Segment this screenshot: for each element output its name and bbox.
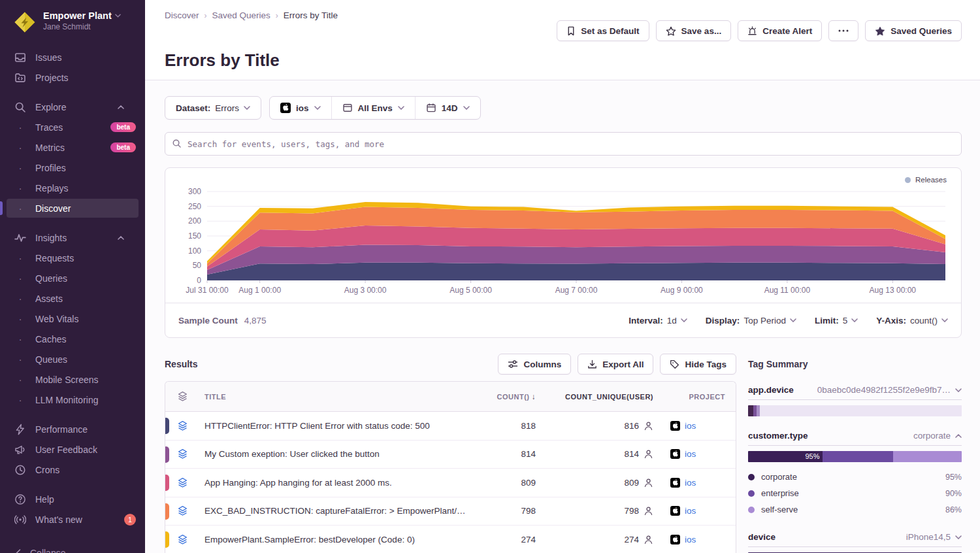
row-title[interactable]: EmpowerPlant.SampleError: bestDeveloper … [199,535,476,545]
project-link[interactable]: ios [685,506,696,516]
row-title[interactable]: HTTPClientError: HTTP Client Error with … [199,421,476,431]
sidebar-item-label: LLM Monitoring [35,395,136,405]
sidebar-item-issues[interactable]: Issues [0,47,145,67]
project-link[interactable]: ios [685,535,696,545]
collapse-button[interactable]: Collapse [0,539,145,553]
more-options-button[interactable] [828,20,858,41]
tag-legend-item-self-serve: self-serve86% [748,501,962,518]
table-row[interactable]: My Custom exeption: User clicked the but… [165,441,736,469]
columns-button[interactable]: Columns [498,354,571,375]
column-header-count-unique-user[interactable]: COUNT_UNIQUE(USER) [547,393,665,401]
sidebar-item-mobile-screens[interactable]: ·Mobile Screens [0,369,145,390]
table-row[interactable]: HTTPClientError: HTTP Client Error with … [165,412,736,441]
sidebar-item-requests[interactable]: ·Requests [0,248,145,268]
table-row[interactable]: App Hanging: App hanging for at least 20… [165,469,736,497]
button-label: Export All [602,360,644,369]
project-filter[interactable]: ios [270,97,331,119]
legend-releases[interactable]: Releases [905,176,947,184]
breadcrumb-separator: › [204,11,207,20]
column-header-title[interactable]: TITLE [199,393,476,401]
sidebar-item-assets[interactable]: ·Assets [0,288,145,309]
sidebar-item-user-feedback[interactable]: User Feedback [0,439,145,460]
saved-queries-button[interactable]: Saved Queries [865,20,962,41]
row-title[interactable]: App Hanging: App hanging for at least 20… [199,478,476,488]
column-header-count[interactable]: COUNT()↓ [476,392,547,401]
apple-icon [280,103,291,113]
stack-icon[interactable] [165,505,199,516]
sidebar-item-projects[interactable]: Projects [0,67,145,88]
chevron-down-icon [115,14,121,18]
tag-bar-label: 95% [805,452,819,460]
sidebar-item-insights[interactable]: Insights [0,227,145,248]
sidebar-item-profiles[interactable]: ·Profiles [0,158,145,178]
sidebar-item-label: Crons [35,465,136,475]
sidebar-item-queries[interactable]: ·Queries [0,268,145,288]
row-count-unique: 814 [547,449,665,459]
stack-icon[interactable] [165,534,199,545]
sidebar-item-discover[interactable]: ·Discover [0,198,145,218]
sidebar-item-what-s-new[interactable]: What's new1 [0,509,145,529]
legend-dot-icon [748,474,755,480]
dataset-selector[interactable]: Dataset: Errors [165,96,261,120]
hide-tags-button[interactable]: Hide Tags [660,354,736,375]
sidebar-item-caches[interactable]: ·Caches [0,329,145,349]
sidebar-item-label: Assets [35,293,136,304]
control-label: Display: [706,316,740,326]
sidebar-item-crons[interactable]: Crons [0,460,145,480]
limit-selector[interactable]: Limit:5 [815,316,858,326]
sidebar-item-traces[interactable]: ·Tracesbeta [0,117,145,137]
sidebar-item-explore[interactable]: Explore [0,97,145,117]
org-switcher[interactable]: Empower Plant Jane Schmidt [0,0,145,41]
row-title[interactable]: My Custom exeption: User clicked the but… [199,449,476,459]
environment-filter[interactable]: All Envs [331,97,415,119]
column-header-project[interactable]: PROJECT [665,393,736,401]
date-range-value: 14D [442,103,458,113]
page-title: Errors by Title [165,50,962,71]
sidebar-item-performance[interactable]: Performance [0,419,145,439]
bullet-icon: · [14,356,26,363]
stack-icon[interactable] [165,420,199,431]
table-row[interactable]: EmpowerPlant.SampleError: bestDeveloper … [165,526,736,553]
save-as-button[interactable]: Save as... [656,20,732,41]
stack-icon [177,448,188,460]
sidebar-item-metrics[interactable]: ·Metricsbeta [0,137,145,158]
series-color-strip [165,475,169,491]
export-all-button[interactable]: Export All [578,354,653,375]
sidebar-item-web-vitals[interactable]: ·Web Vitals [0,309,145,329]
row-title[interactable]: EXC_BAD_INSTRUCTION: captureFatalError: … [199,506,476,516]
button-label: Save as... [681,26,722,36]
project-link[interactable]: ios [685,478,696,488]
tag-value-selector[interactable]: iPhone14,5 [906,532,962,542]
display-selector[interactable]: Display:Top Period [706,316,796,326]
y-axis-selector[interactable]: Y-Axis:count() [876,316,948,326]
table-header-row: TITLECOUNT()↓COUNT_UNIQUE(USER)PROJECT [165,382,736,412]
stack-icon[interactable] [165,477,199,488]
project-link[interactable]: ios [685,421,696,431]
set-as-default-button[interactable]: Set as Default [557,20,649,41]
tag-value: 0baebc0de4982f1255f2e9e9fb7… [817,385,951,395]
sidebar-item-llm-monitoring[interactable]: ·LLM Monitoring [0,390,145,410]
bullet-icon: · [14,205,26,212]
sidebar-item-help[interactable]: Help [0,489,145,509]
sidebar-item-label: What's new [35,514,124,525]
project-link[interactable]: ios [685,449,696,459]
sidebar-item-label: Queues [35,354,136,365]
interval-selector[interactable]: Interval:1d [629,316,687,326]
table-row[interactable]: EXC_BAD_INSTRUCTION: captureFatalError: … [165,497,736,526]
date-range-filter[interactable]: 14D [415,97,480,119]
svg-text:Aug 7 00:00: Aug 7 00:00 [555,286,598,295]
sidebar-item-queues[interactable]: ·Queues [0,349,145,369]
breadcrumb-saved-queries[interactable]: Saved Queries [212,10,270,20]
search-input[interactable] [165,132,962,156]
svg-text:Aug 5 00:00: Aug 5 00:00 [449,286,492,295]
sidebar-item-label: Mobile Screens [35,375,136,385]
stack-icon[interactable] [165,448,199,460]
person-icon [644,449,653,459]
breadcrumb-discover[interactable]: Discover [165,10,199,20]
create-alert-button[interactable]: Create Alert [738,20,822,41]
tag-value-selector[interactable]: 0baebc0de4982f1255f2e9e9fb7… [817,385,962,395]
apple-sm-icon [670,506,680,516]
row-project: ios [665,478,736,488]
sidebar-item-replays[interactable]: ·Replays [0,178,145,198]
tag-value-selector[interactable]: corporate [913,431,962,441]
